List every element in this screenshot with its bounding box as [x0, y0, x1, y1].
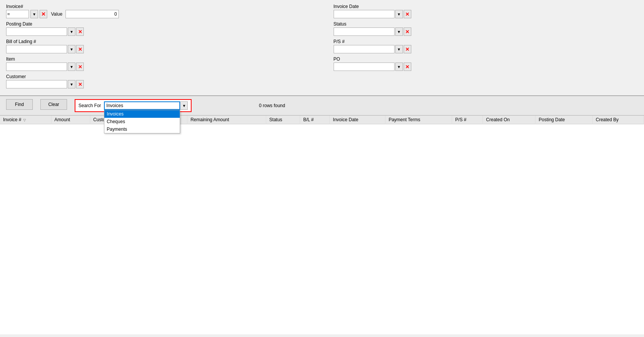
- bill-of-lading-label: Bill of Lading #: [6, 39, 311, 44]
- col-remaining-amount[interactable]: Remaining Amount: [187, 116, 266, 124]
- status-select[interactable]: [334, 27, 395, 36]
- customer-select[interactable]: [6, 80, 67, 88]
- dropdown-option-payments[interactable]: Payments: [104, 125, 180, 133]
- invoice-date-select[interactable]: [334, 10, 395, 18]
- col-payment-terms[interactable]: Payment Terms: [385, 116, 452, 124]
- status-clear-x[interactable]: ✕: [404, 27, 411, 36]
- posting-date-select[interactable]: [6, 27, 67, 36]
- search-for-container: Search For Invoices ▼ Invoices Cheques P…: [75, 99, 192, 112]
- item-select[interactable]: [6, 63, 67, 71]
- bill-of-lading-arrow[interactable]: ▼: [68, 45, 75, 53]
- invoice-num-operator-arrow[interactable]: ▼: [30, 10, 38, 18]
- dropdown-option-cheques[interactable]: Cheques: [104, 118, 180, 125]
- search-for-label: Search For: [78, 103, 101, 108]
- invoice-num-operator[interactable]: = < >: [6, 10, 29, 18]
- search-for-dropdown-arrow[interactable]: ▼: [180, 101, 188, 110]
- right-filters: Invoice Date ▼ ✕ Status ▼ ✕ P/S #: [334, 4, 638, 91]
- ps-num-group: P/S # ▼ ✕: [334, 39, 638, 53]
- col-posting-date[interactable]: Posting Date: [535, 116, 593, 124]
- col-created-by[interactable]: Created By: [593, 116, 644, 124]
- invoice-date-arrow[interactable]: ▼: [395, 10, 403, 18]
- po-clear-x[interactable]: ✕: [404, 63, 411, 71]
- posting-date-group: Posting Date ▼ ✕: [6, 21, 311, 36]
- invoice-num-group: Invoice# = < > ▼ ✕ Value: [6, 4, 311, 18]
- dropdown-option-invoices[interactable]: Invoices: [104, 110, 180, 118]
- ps-num-label: P/S #: [334, 39, 638, 44]
- customer-arrow[interactable]: ▼: [68, 80, 75, 88]
- col-amount[interactable]: Amount: [51, 116, 90, 124]
- invoice-num-clear-x[interactable]: ✕: [40, 10, 47, 18]
- invoice-num-value[interactable]: [66, 10, 119, 18]
- invoice-date-clear-x[interactable]: ✕: [404, 10, 411, 18]
- search-for-dropdown[interactable]: Invoices Cheques Payments: [104, 110, 180, 133]
- item-group: Item ▼ ✕: [6, 56, 311, 71]
- invoice-num-label: Invoice#: [6, 4, 311, 9]
- item-label: Item: [6, 56, 311, 62]
- invoice-date-group: Invoice Date ▼ ✕: [334, 4, 638, 18]
- filter-panel: Invoice# = < > ▼ ✕ Value Posting Date: [0, 0, 644, 96]
- po-arrow[interactable]: ▼: [395, 63, 403, 71]
- posting-date-clear-x[interactable]: ✕: [76, 27, 84, 36]
- search-for-value[interactable]: Invoices: [104, 101, 180, 110]
- search-for-wrapper: Invoices ▼ Invoices Cheques Payments: [104, 101, 188, 110]
- find-button[interactable]: Find: [6, 99, 33, 110]
- table-header-row: Invoice # ▽ Amount Customer ∕ Currency R…: [0, 116, 644, 124]
- ps-num-clear-x[interactable]: ✕: [404, 45, 411, 53]
- customer-group: Customer ▼ ✕: [6, 74, 311, 88]
- posting-date-label: Posting Date: [6, 21, 311, 27]
- po-label: PO: [334, 56, 638, 62]
- toolbar: Find Clear Search For Invoices ▼ Invoice…: [0, 96, 644, 116]
- col-invoice-num[interactable]: Invoice # ▽: [0, 116, 51, 124]
- bill-of-lading-clear-x[interactable]: ✕: [76, 45, 84, 53]
- clear-button[interactable]: Clear: [40, 99, 67, 110]
- left-filters: Invoice# = < > ▼ ✕ Value Posting Date: [6, 4, 311, 91]
- item-clear-x[interactable]: ✕: [76, 63, 84, 71]
- customer-clear-x[interactable]: ✕: [76, 80, 84, 88]
- bill-of-lading-group: Bill of Lading # ▼ ✕: [6, 39, 311, 53]
- col-created-on[interactable]: Created On: [483, 116, 535, 124]
- status-group: Status ▼ ✕: [334, 21, 638, 36]
- item-arrow[interactable]: ▼: [68, 63, 75, 71]
- customer-label: Customer: [6, 74, 311, 79]
- status-arrow[interactable]: ▼: [395, 27, 403, 36]
- ps-num-select[interactable]: [334, 45, 395, 53]
- col-ps-num[interactable]: P/S #: [452, 116, 483, 124]
- bill-of-lading-select[interactable]: [6, 45, 67, 53]
- filter-grid: Invoice# = < > ▼ ✕ Value Posting Date: [6, 4, 638, 91]
- results-table: Invoice # ▽ Amount Customer ∕ Currency R…: [0, 116, 644, 124]
- status-label: Status: [334, 21, 638, 27]
- results-table-container: Invoice # ▽ Amount Customer ∕ Currency R…: [0, 116, 644, 334]
- col-invoice-date[interactable]: Invoice Date: [330, 116, 385, 124]
- sort-icon-invoice: ▽: [23, 118, 26, 122]
- po-group: PO ▼ ✕: [334, 56, 638, 71]
- ps-num-arrow[interactable]: ▼: [395, 45, 403, 53]
- rows-found: 0 rows found: [259, 103, 285, 108]
- col-status[interactable]: Status: [266, 116, 300, 124]
- posting-date-arrow[interactable]: ▼: [68, 27, 75, 36]
- value-label: Value: [51, 11, 62, 17]
- col-bl-num[interactable]: B/L #: [300, 116, 330, 124]
- po-select[interactable]: [334, 63, 395, 71]
- invoice-date-label: Invoice Date: [334, 4, 638, 9]
